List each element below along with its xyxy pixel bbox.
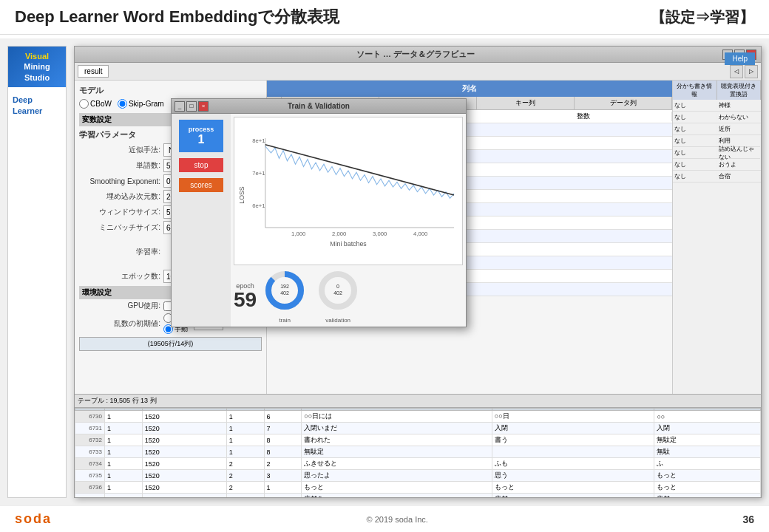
train-title: Train & Validation: [209, 102, 429, 110]
info-panel-col-1: 分かち書き情報: [673, 81, 717, 100]
info-panel-col-2: 聴覚表現付き置換語: [717, 81, 762, 100]
left-sidebar: Visual Mining Studio DeepLearner: [7, 46, 67, 498]
result-tab[interactable]: result: [78, 65, 109, 78]
main-window-area: ソート … データ＆グラフビュー _ □ × result ◁ ▷: [74, 46, 762, 498]
table-row: 67361152021もっともっともっと: [75, 482, 761, 494]
sidebar-deep-text: DeepLearner: [13, 95, 61, 117]
col-header-key: キー列: [477, 97, 575, 109]
epoch-display: epoch 59: [234, 282, 257, 310]
validation-donut-svg: 0 402: [316, 268, 360, 313]
svg-text:7e+1: 7e+1: [252, 170, 265, 177]
data-table-title: テーブル : 19,505 行 13 列: [75, 395, 761, 408]
minibatch-label: ミニバッチサイズ:: [79, 222, 160, 233]
seed-label: 乱数の初期値:: [79, 318, 160, 329]
sidebar-deep-learner: DeepLearner: [8, 90, 66, 122]
proximity-label: 近似手法:: [79, 145, 160, 155]
epoch-label: エポック数:: [79, 271, 160, 282]
info-panel-row: なし合宿: [673, 171, 761, 183]
row-info-bar: (19505行/14列): [79, 337, 262, 351]
train-label: train: [262, 317, 307, 324]
footer-page-number: 36: [742, 514, 754, 525]
data-graph-titlebar: ソート … データ＆グラフビュー _ □ ×: [75, 47, 761, 63]
svg-text:LOSS: LOSS: [238, 186, 245, 204]
svg-text:402: 402: [333, 290, 342, 296]
svg-text:1,000: 1,000: [291, 231, 305, 237]
table-row: 67321152018書われた書う無駄定: [75, 434, 761, 446]
model-section-title: モデル: [79, 85, 262, 96]
info-panel-header: 分かち書き情報 聴覚表現付き置換語: [673, 81, 761, 100]
data-graph-window: ソート … データ＆グラフビュー _ □ × result ◁ ▷: [74, 46, 762, 498]
info-panel-row: なし神様: [673, 100, 761, 112]
page-header: Deep Learner Word Embeddingで分散表現 【設定⇒学習】: [0, 0, 769, 35]
info-panel-row: なし近所: [673, 123, 761, 135]
sidebar-logo-text: Visual Mining Studio: [13, 51, 61, 83]
table-row: 67351152023思ったよ思うもっと: [75, 470, 761, 482]
info-panel-row: なしおうよ: [673, 159, 761, 171]
train-close-button[interactable]: ×: [198, 101, 209, 112]
table-row: 67311152017入閉いまだ入閉入閉: [75, 423, 761, 434]
table-row: 67331152018無駄定無駄: [75, 446, 761, 458]
svg-text:3,000: 3,000: [373, 231, 387, 237]
data-table-section: テーブル : 19,505 行 13 列: [75, 394, 761, 497]
main-content: Visual Mining Studio DeepLearner ソート … デ…: [0, 38, 769, 505]
train-titlebar: _ □ × Train & Validation: [172, 99, 466, 114]
svg-text:2,000: 2,000: [332, 231, 346, 237]
train-minimize-button[interactable]: _: [175, 101, 185, 112]
col-header-data: データ列: [575, 97, 672, 109]
learning-rate-label: 学習率:: [79, 247, 160, 257]
svg-text:8e+1: 8e+1: [252, 137, 265, 144]
toolbar-right: ◁ ▷: [730, 65, 758, 78]
cbow-radio[interactable]: [79, 99, 89, 109]
data-table: 67301152016○○日には○○日○○ 67311152017入閉いまだ入閉…: [75, 408, 761, 497]
table-row: 67301152016○○日には○○日○○: [75, 411, 761, 423]
word-count-label: 単語数:: [79, 160, 160, 171]
loss-chart-svg: LOSS 8e+1 7e+1 6e+1 1,000 2,000: [234, 117, 462, 265]
info-panel-row: なしわからない: [673, 112, 761, 123]
train-maximize-button[interactable]: □: [186, 101, 197, 112]
window-size-label: ウィンドウサイズ:: [79, 207, 160, 217]
toolbar-icon-1[interactable]: ◁: [730, 65, 743, 78]
skipgram-label: Skip-Gram: [129, 100, 164, 108]
svg-text:6e+1: 6e+1: [252, 202, 265, 209]
train-validation-window: _ □ × Train & Validation process 1 stop: [171, 98, 467, 327]
svg-text:192: 192: [280, 284, 289, 289]
gpu-label: GPU使用:: [79, 301, 160, 311]
help-button[interactable]: Help: [725, 52, 755, 65]
table-row: 67341152022ふきせるとふもふ: [75, 458, 761, 470]
footer: soda © 2019 soda Inc. 36: [0, 505, 769, 532]
scores-button[interactable]: scores: [179, 178, 223, 192]
train-content: process 1 stop scores LOSS 8e+1: [172, 114, 466, 327]
validation-label: validation: [316, 317, 360, 324]
process-number: 1: [183, 133, 219, 146]
train-donut: 192 402 train: [262, 268, 307, 324]
info-panel-row: なし詰め込んじゃない: [673, 147, 761, 159]
skipgram-option[interactable]: Skip-Gram: [118, 99, 164, 109]
svg-line-11: [265, 145, 454, 195]
train-controls: _ □ ×: [175, 101, 209, 112]
loss-chart: LOSS 8e+1 7e+1 6e+1 1,000 2,000: [234, 117, 463, 265]
table-row: 67371152112店舗を店舗店舗: [75, 494, 761, 498]
footer-logo: soda: [15, 511, 52, 527]
train-right-panel: LOSS 8e+1 7e+1 6e+1 1,000 2,000: [231, 114, 466, 327]
svg-text:0: 0: [336, 284, 339, 289]
page-title: Deep Learner Word Embeddingで分散表現: [15, 6, 339, 28]
process-badge: process 1: [179, 120, 223, 152]
stop-button[interactable]: stop: [179, 158, 223, 172]
process-label: process: [183, 126, 219, 133]
train-left-panel: process 1 stop scores: [172, 114, 231, 327]
train-bottom: epoch 59 192 402: [234, 268, 463, 324]
svg-text:Mini batches: Mini batches: [330, 240, 367, 248]
skipgram-radio[interactable]: [118, 99, 127, 109]
cbow-option[interactable]: CBoW: [79, 99, 112, 109]
toolbar: result ◁ ▷: [75, 63, 761, 81]
smoothing-label: Smoothing Exponent:: [79, 177, 160, 185]
sidebar-logo: Visual Mining Studio: [8, 47, 66, 87]
cbow-label: CBoW: [90, 100, 112, 108]
toolbar-icon-2[interactable]: ▷: [745, 65, 758, 78]
validation-donut: 0 402 validation: [316, 268, 360, 324]
svg-text:402: 402: [280, 290, 289, 296]
page-badge: 【設定⇒学習】: [651, 7, 754, 27]
svg-text:4,000: 4,000: [413, 231, 427, 237]
footer-copyright: © 2019 soda Inc.: [367, 515, 428, 524]
train-donut-svg: 192 402: [262, 268, 307, 313]
